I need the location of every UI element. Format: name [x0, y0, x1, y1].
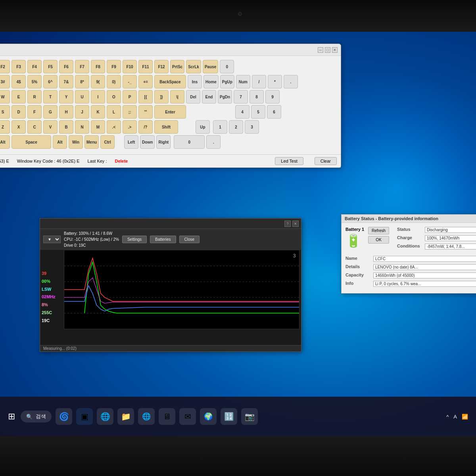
taskbar-icon-4[interactable]: 📁 — [117, 408, 134, 425]
ok-button[interactable]: OK — [368, 236, 389, 244]
taskbar-icon-8[interactable]: 🌍 — [200, 408, 217, 425]
key-b[interactable]: B — [59, 120, 73, 134]
tray-caret-icon[interactable]: ^ — [446, 414, 449, 420]
key-num6[interactable]: 6 — [267, 105, 281, 119]
key-c[interactable]: C — [27, 120, 42, 134]
key-e[interactable]: E — [12, 90, 26, 104]
bm-settings-button[interactable]: Settings — [122, 236, 147, 243]
key-numpad-0top[interactable]: 0 — [220, 60, 234, 73]
key-v[interactable]: V — [43, 120, 58, 134]
key-z[interactable]: Z — [0, 120, 10, 134]
key-num0[interactable]: 0 — [174, 135, 205, 149]
bm-question-button[interactable]: ? — [284, 221, 291, 227]
key-comma[interactable]: .< — [107, 120, 121, 134]
key-home[interactable]: Home — [203, 75, 219, 88]
key-space[interactable]: Space — [12, 135, 51, 149]
battery-monitor-dropdown[interactable]: ▼ — [43, 236, 61, 243]
taskbar-icon-2[interactable]: ▣ — [76, 408, 93, 425]
key-n[interactable]: N — [75, 120, 89, 134]
key-scrlk[interactable]: ScrLk — [186, 60, 201, 73]
bm-close-window-button[interactable]: Close — [179, 236, 200, 243]
key-right[interactable]: Right — [156, 135, 171, 149]
key-left[interactable]: Left — [124, 135, 138, 149]
key-u[interactable]: U — [75, 90, 89, 104]
key-up[interactable]: Up — [196, 120, 210, 134]
key-alt-right[interactable]: Alt — [53, 135, 67, 149]
key-num4[interactable]: 4 — [235, 105, 250, 119]
key-w[interactable]: W — [0, 90, 10, 104]
key-o[interactable]: O — [107, 90, 121, 104]
key-num1[interactable]: 1 — [213, 120, 227, 134]
key-p[interactable]: P — [123, 90, 137, 104]
key-alt-left[interactable]: Alt — [0, 135, 10, 149]
key-minus[interactable]: -_ — [123, 75, 137, 88]
key-7amp[interactable]: 7& — [59, 75, 73, 88]
key-numdot2[interactable]: . — [206, 135, 221, 149]
key-lbracket[interactable]: [{ — [138, 90, 153, 104]
key-f2[interactable]: F2 — [0, 60, 10, 73]
key-quote[interactable]: '" — [138, 105, 153, 119]
key-h[interactable]: H — [59, 105, 73, 119]
key-shift[interactable]: Shift — [154, 120, 178, 134]
key-semicolon[interactable]: ;: — [123, 105, 137, 119]
key-rbracket[interactable]: ]} — [154, 90, 169, 104]
taskbar-icon-5[interactable]: 🌐 — [138, 408, 155, 425]
key-3hash[interactable]: 3# — [0, 75, 10, 88]
key-s[interactable]: S — [0, 105, 10, 119]
key-pause[interactable]: Pause — [203, 60, 218, 73]
key-down[interactable]: Down — [140, 135, 155, 149]
key-f6[interactable]: F6 — [59, 60, 73, 73]
tray-wifi-icon[interactable]: 📶 — [462, 414, 468, 420]
key-enter[interactable]: Enter — [154, 105, 186, 119]
close-button[interactable]: ✕ — [332, 47, 338, 53]
key-period[interactable]: .> — [123, 120, 137, 134]
key-pgdn[interactable]: PgDn — [218, 90, 232, 104]
key-win[interactable]: Win — [69, 135, 83, 149]
key-ctrl[interactable]: Ctrl — [100, 135, 115, 149]
key-num3[interactable]: 3 — [245, 120, 259, 134]
taskbar-icon-7[interactable]: ✉ — [179, 408, 196, 425]
key-num[interactable]: Num — [236, 75, 250, 88]
key-9paren[interactable]: 9( — [91, 75, 105, 88]
key-backspace[interactable]: BackSpace — [154, 75, 186, 88]
key-f10[interactable]: F10 — [123, 60, 137, 73]
key-num2[interactable]: 2 — [229, 120, 243, 134]
key-num7[interactable]: 7 — [234, 90, 248, 104]
tray-font-icon[interactable]: A — [453, 414, 457, 420]
key-f3[interactable]: F3 — [12, 60, 26, 73]
key-f12[interactable]: F12 — [154, 60, 169, 73]
minimize-button[interactable]: ─ — [318, 47, 323, 53]
key-t[interactable]: T — [43, 90, 58, 104]
bm-close-button[interactable]: ✕ — [292, 221, 299, 227]
key-j[interactable]: J — [75, 105, 89, 119]
key-num8[interactable]: 8 — [250, 90, 264, 104]
clear-button[interactable]: Clear — [315, 157, 337, 165]
search-bar[interactable]: 🔍 검색 — [21, 411, 52, 422]
key-8star[interactable]: 8* — [75, 75, 89, 88]
key-backslash[interactable]: \| — [170, 90, 184, 104]
key-nummul[interactable]: * — [268, 75, 282, 88]
start-button[interactable]: ⊞ — [8, 411, 15, 422]
key-menu[interactable]: Menu — [84, 135, 99, 149]
key-y[interactable]: Y — [59, 90, 73, 104]
key-numdot[interactable]: . — [284, 75, 298, 88]
key-f5[interactable]: F5 — [43, 60, 58, 73]
taskbar-icon-9[interactable]: 🔢 — [221, 408, 237, 425]
key-end[interactable]: End — [202, 90, 216, 104]
key-numdiv[interactable]: / — [252, 75, 266, 88]
key-f9[interactable]: F9 — [107, 60, 121, 73]
key-6caret[interactable]: 6^ — [43, 75, 58, 88]
key-del[interactable]: Del — [186, 90, 200, 104]
key-4dollar[interactable]: 4$ — [12, 75, 26, 88]
key-k[interactable]: K — [91, 105, 105, 119]
key-f8[interactable]: F8 — [91, 60, 105, 73]
bm-batteries-button[interactable]: Batteries — [150, 236, 176, 243]
key-prtsc[interactable]: PrtSc — [170, 60, 184, 73]
key-l[interactable]: L — [107, 105, 121, 119]
key-0paren[interactable]: 0) — [107, 75, 121, 88]
taskbar-icon-1[interactable]: 🌀 — [56, 408, 72, 425]
key-g[interactable]: G — [43, 105, 58, 119]
taskbar-icon-3[interactable]: 🌐 — [97, 408, 113, 425]
key-num9[interactable]: 9 — [265, 90, 280, 104]
taskbar-icon-6[interactable]: 🖥 — [159, 408, 175, 425]
